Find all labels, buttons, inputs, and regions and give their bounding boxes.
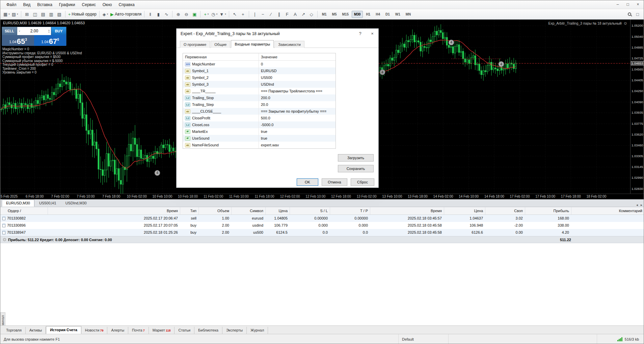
- menu-item[interactable]: Окно: [99, 1, 115, 9]
- profiles-button[interactable]: ▨▾: [11, 10, 19, 18]
- parameter-row[interactable]: ab____TR_____=== Параметры Трейлингстопа…: [183, 88, 336, 94]
- zoom-out-button[interactable]: ⊖: [182, 10, 190, 18]
- history-row[interactable]: 7013308962025.02.17 20:07:05buy2.00usdin…: [0, 222, 644, 229]
- chart-line-button[interactable]: ∿: [162, 10, 170, 18]
- timeframe-m1-button[interactable]: M1: [320, 11, 329, 18]
- terminal-button[interactable]: ▥: [47, 10, 55, 18]
- horizontal-line-button[interactable]: −: [259, 10, 267, 18]
- volume-stepper[interactable]: ▴▾: [47, 29, 51, 33]
- volume-value[interactable]: 2.00: [22, 29, 47, 33]
- dialog-tab[interactable]: Зависимости: [274, 41, 304, 48]
- parameter-row[interactable]: 1.2CloseProfit500.0: [183, 115, 336, 121]
- timeframe-h4-button[interactable]: H4: [373, 11, 382, 18]
- ok-button[interactable]: OK: [297, 178, 318, 186]
- column-header[interactable]: S / L: [290, 207, 330, 214]
- column-header[interactable]: Своп: [485, 207, 525, 214]
- parameter-value[interactable]: 500.0: [259, 115, 336, 121]
- menu-item[interactable]: Графики: [56, 1, 79, 9]
- parameter-value[interactable]: === Закрытие по профиту/убытку ===: [259, 108, 336, 115]
- parameter-value[interactable]: USDInd: [259, 81, 336, 88]
- parameter-row[interactable]: abSymbol_2US500: [183, 74, 336, 81]
- timeframe-mn-button[interactable]: MN: [403, 11, 413, 18]
- buy-price[interactable]: 1.04670: [34, 35, 66, 46]
- terminal-tab[interactable]: Новости79: [81, 327, 108, 334]
- ea-status-badge[interactable]: Exp_Arbitr_Trailing_3 пары № 18 актуальн…: [548, 21, 627, 26]
- history-row[interactable]: 7013308822025.02.17 20:06:47sell1.00euru…: [0, 215, 644, 222]
- terminal-tab[interactable]: Почта7: [128, 327, 149, 334]
- column-header[interactable]: Тип: [180, 207, 198, 214]
- navigator-button[interactable]: ▤: [39, 10, 47, 18]
- parameter-row[interactable]: 1.2Trailing_Step20.0: [183, 101, 336, 108]
- strategy-tester-button[interactable]: ▧: [55, 10, 63, 18]
- status-profile[interactable]: Default: [399, 334, 449, 344]
- trendline-button[interactable]: ∕: [267, 10, 275, 18]
- terminal-tab[interactable]: Библиотека: [194, 327, 222, 334]
- crosshair-button[interactable]: +: [239, 10, 247, 18]
- new-chart-button[interactable]: ▦▾: [2, 10, 11, 18]
- terminal-tab[interactable]: Журнал: [247, 327, 268, 334]
- cancel-button[interactable]: Отмена: [322, 178, 347, 186]
- timeframe-h1-button[interactable]: H1: [364, 11, 373, 18]
- column-header[interactable]: Символ: [231, 207, 265, 214]
- sell-button[interactable]: SELL: [2, 27, 17, 35]
- parameter-row[interactable]: ab____CLOSE____=== Закрытие по профиту/у…: [183, 108, 336, 115]
- chart-tab[interactable]: US500,H1: [35, 200, 61, 207]
- menu-item[interactable]: Справка: [115, 1, 138, 9]
- buy-button[interactable]: BUY: [51, 27, 66, 35]
- periods-button[interactable]: ◷▾: [210, 10, 218, 18]
- terminal-tab[interactable]: История Счета: [46, 326, 81, 334]
- parameter-value[interactable]: -5000.0: [259, 121, 336, 128]
- parameter-row[interactable]: abSymbol_1EURUSD: [183, 67, 336, 74]
- column-header[interactable]: Время: [370, 207, 444, 214]
- vertical-line-button[interactable]: ∣: [251, 10, 259, 18]
- chart-bars-button[interactable]: ‖: [146, 10, 154, 18]
- dialog-tab[interactable]: Входные параметры: [231, 40, 274, 48]
- autotrade-button[interactable]: ▶Авто-торговля: [109, 10, 142, 18]
- column-header[interactable]: T / P: [330, 207, 370, 214]
- menu-item[interactable]: Вставка: [34, 1, 56, 9]
- chart-tab[interactable]: USDInd,M30: [61, 200, 91, 207]
- market-watch-button[interactable]: ⊞: [23, 10, 31, 18]
- timeframe-m5-button[interactable]: M5: [330, 11, 339, 18]
- column-header[interactable]: Прибыль: [525, 207, 571, 214]
- channel-button[interactable]: ∥: [275, 10, 283, 18]
- parameter-value[interactable]: expert.wav: [259, 142, 336, 148]
- dialog-help-button[interactable]: ?: [354, 29, 366, 39]
- zoom-in-button[interactable]: ⊕: [174, 10, 182, 18]
- parameter-row[interactable]: ⇄UseSoundtrue: [183, 135, 336, 142]
- search-button[interactable]: [625, 10, 634, 18]
- fibonacci-button[interactable]: F: [283, 10, 291, 18]
- dialog-tab[interactable]: О программе: [180, 41, 210, 48]
- terminal-tab[interactable]: Торговля: [2, 327, 26, 334]
- parameter-value[interactable]: 20.0: [259, 101, 336, 108]
- column-header[interactable]: Цена: [265, 207, 290, 214]
- restore-button[interactable]: □: [623, 1, 633, 8]
- text-button[interactable]: A: [291, 10, 299, 18]
- parameter-value[interactable]: true: [259, 128, 336, 135]
- column-header[interactable]: Объем: [198, 207, 231, 214]
- chart-tab[interactable]: EURUSD,M30: [2, 200, 34, 207]
- volume-input[interactable]: ˅ 2.00 ▴▾: [17, 27, 51, 35]
- timeframe-w1-button[interactable]: W1: [393, 11, 403, 18]
- sell-price[interactable]: 1.04653: [2, 35, 34, 46]
- parameter-row[interactable]: 123MagicNumber0: [183, 61, 336, 67]
- shapes-button[interactable]: ◇: [307, 10, 316, 18]
- menu-item[interactable]: Сервис: [79, 1, 99, 9]
- parameter-value[interactable]: US500: [259, 74, 336, 81]
- column-header[interactable]: Ордер /: [0, 207, 48, 214]
- parameter-row[interactable]: 1.2CloseLoss-5000.0: [183, 121, 336, 128]
- column-header[interactable]: Комментарий: [571, 207, 644, 214]
- load-button[interactable]: Загрузить: [338, 154, 374, 162]
- minimize-button[interactable]: –: [613, 1, 623, 8]
- history-row[interactable]: 7013389472025.02.18 01:25:26buy2.00us500…: [0, 229, 644, 236]
- close-button[interactable]: ×: [633, 1, 643, 8]
- timeframe-m15-button[interactable]: M15: [340, 11, 351, 18]
- experts-button[interactable]: ◈▾: [101, 10, 109, 18]
- timeframe-m30-button[interactable]: M30: [352, 11, 363, 18]
- data-window-button[interactable]: ◫: [31, 10, 39, 18]
- terminal-tab[interactable]: Статьи: [175, 327, 194, 334]
- fullscreen-button[interactable]: □: [634, 10, 642, 18]
- parameter-row[interactable]: 1.2Trailing_Stop200.0: [183, 94, 336, 101]
- tile-windows-button[interactable]: ▣: [190, 10, 198, 18]
- dialog-title-bar[interactable]: Expert - Exp_Arbitr_Trailing_3 пары № 18…: [177, 29, 378, 39]
